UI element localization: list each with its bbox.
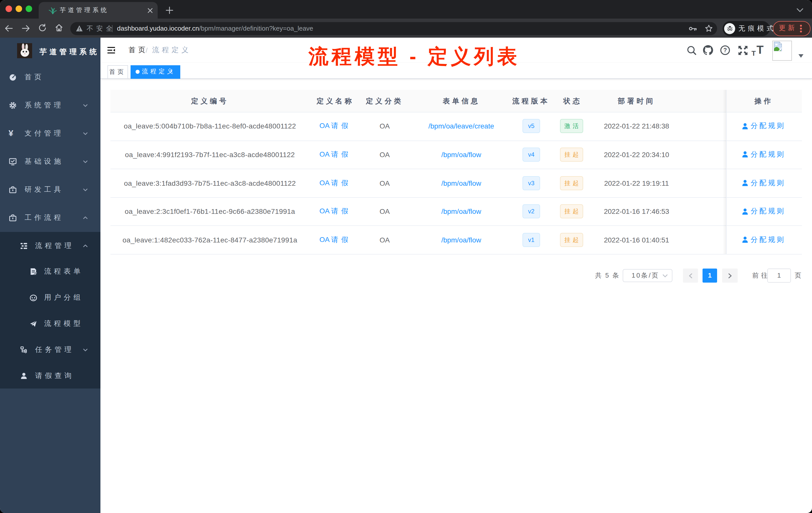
svg-text:?: ?	[723, 47, 727, 54]
